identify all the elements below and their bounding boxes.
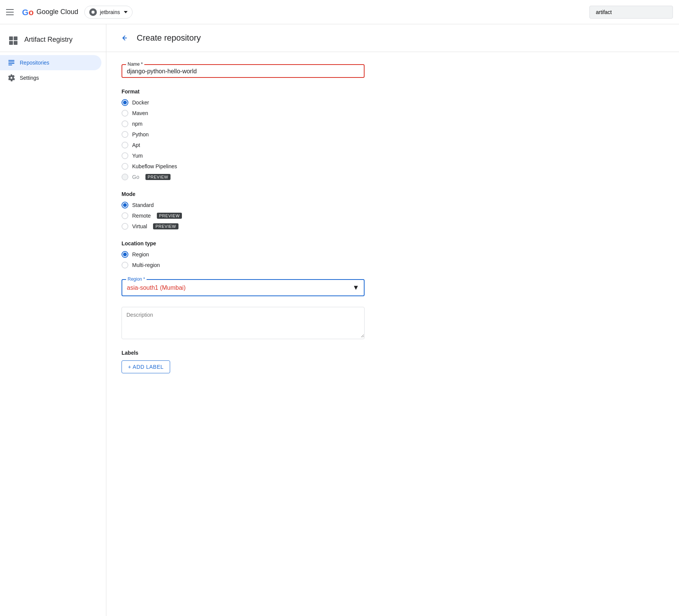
- logo-text: Google Cloud: [36, 8, 78, 16]
- go-label: Go: [132, 174, 139, 180]
- name-field-group: Name *: [122, 64, 365, 78]
- hamburger-menu[interactable]: [6, 8, 15, 17]
- search-input[interactable]: [589, 6, 673, 19]
- mode-remote[interactable]: Remote PREVIEW: [122, 212, 365, 219]
- location-multiregion[interactable]: Multi-region: [122, 262, 365, 269]
- apt-radio[interactable]: [122, 142, 128, 148]
- docker-radio[interactable]: [122, 99, 128, 106]
- python-label: Python: [132, 131, 149, 137]
- mode-field-group: Mode Standard Remote PREVIEW Virtual: [122, 191, 365, 230]
- repositories-icon: [8, 59, 15, 66]
- region-dropdown-icon: ▼: [352, 284, 359, 292]
- page-title: Create repository: [137, 33, 201, 43]
- back-button[interactable]: [118, 32, 131, 44]
- svg-rect-3: [9, 41, 13, 45]
- remote-label: Remote: [132, 213, 151, 219]
- location-type-field-group: Location type Region Multi-region: [122, 240, 365, 269]
- format-apt[interactable]: Apt: [122, 142, 365, 148]
- repositories-label: Repositories: [20, 60, 49, 66]
- labels-field-group: Labels + ADD LABEL: [122, 350, 365, 373]
- virtual-label: Virtual: [132, 223, 147, 229]
- mode-virtual[interactable]: Virtual PREVIEW: [122, 223, 365, 230]
- svg-text:Google: Google: [22, 8, 33, 17]
- format-yum[interactable]: Yum: [122, 152, 365, 159]
- description-field: [122, 307, 365, 339]
- name-input[interactable]: [127, 68, 359, 75]
- mode-label: Mode: [122, 191, 365, 197]
- go-radio[interactable]: [122, 174, 128, 180]
- multiregion-radio[interactable]: [122, 262, 128, 269]
- svg-rect-5: [8, 60, 14, 61]
- region-select[interactable]: asia-south1 (Mumbai) ▼: [122, 280, 364, 295]
- google-cloud-logo: Google Google Cloud: [21, 6, 78, 18]
- multiregion-label: Multi-region: [132, 262, 160, 268]
- standard-radio[interactable]: [122, 202, 128, 208]
- virtual-radio[interactable]: [122, 223, 128, 230]
- format-python[interactable]: Python: [122, 131, 365, 138]
- add-label-button[interactable]: + ADD LABEL: [122, 360, 170, 373]
- go-preview-badge: PREVIEW: [145, 174, 171, 180]
- name-text-field: Name *: [122, 64, 365, 78]
- format-docker[interactable]: Docker: [122, 99, 365, 106]
- page-header: Create repository: [106, 24, 679, 52]
- npm-label: npm: [132, 121, 142, 127]
- add-label-text: + ADD LABEL: [128, 364, 164, 370]
- project-icon: [89, 8, 97, 16]
- sidebar: Artifact Registry Repositories Settings: [0, 24, 106, 616]
- svg-rect-7: [8, 63, 14, 64]
- name-field-label: Name *: [126, 62, 144, 67]
- apt-label: Apt: [132, 142, 140, 148]
- project-selector[interactable]: jetbrains: [84, 6, 133, 19]
- maven-label: Maven: [132, 110, 148, 116]
- location-radio-group: Region Multi-region: [122, 251, 365, 269]
- format-maven[interactable]: Maven: [122, 110, 365, 117]
- sidebar-app-name: Artifact Registry: [24, 36, 73, 44]
- kubeflow-radio[interactable]: [122, 163, 128, 170]
- description-textarea[interactable]: [122, 307, 364, 338]
- format-kubeflow[interactable]: Kubeflow Pipelines: [122, 163, 365, 170]
- format-go[interactable]: Go PREVIEW: [122, 174, 365, 180]
- virtual-preview-badge: PREVIEW: [153, 223, 178, 229]
- format-field-group: Format Docker Maven npm: [122, 88, 365, 180]
- format-radio-group: Docker Maven npm Python: [122, 99, 365, 180]
- mode-standard[interactable]: Standard: [122, 202, 365, 208]
- kubeflow-label: Kubeflow Pipelines: [132, 163, 177, 169]
- artifact-registry-icon: [8, 33, 20, 46]
- region-value: asia-south1 (Mumbai): [127, 284, 186, 291]
- main-content: Create repository Name * Format Docker: [106, 24, 679, 616]
- labels-label: Labels: [122, 350, 365, 356]
- standard-label: Standard: [132, 202, 154, 208]
- location-region[interactable]: Region: [122, 251, 365, 258]
- region-label: Region: [132, 251, 149, 257]
- remote-radio[interactable]: [122, 212, 128, 219]
- sidebar-item-repositories[interactable]: Repositories: [0, 55, 101, 70]
- location-type-label: Location type: [122, 240, 365, 246]
- svg-rect-4: [14, 41, 17, 45]
- svg-rect-2: [14, 36, 17, 40]
- svg-rect-6: [8, 62, 14, 62]
- region-field-label: Region *: [126, 276, 147, 282]
- format-npm[interactable]: npm: [122, 120, 365, 127]
- settings-icon: [8, 74, 15, 82]
- remote-preview-badge: PREVIEW: [157, 213, 182, 219]
- svg-rect-8: [8, 65, 12, 65]
- sidebar-item-settings[interactable]: Settings: [0, 70, 101, 85]
- maven-radio[interactable]: [122, 110, 128, 117]
- project-name: jetbrains: [100, 9, 120, 15]
- python-radio[interactable]: [122, 131, 128, 138]
- format-label: Format: [122, 88, 365, 95]
- yum-radio[interactable]: [122, 152, 128, 159]
- search-bar: [589, 6, 673, 19]
- svg-rect-1: [9, 36, 13, 40]
- create-repository-form: Name * Format Docker Maven: [106, 52, 380, 396]
- docker-label: Docker: [132, 100, 149, 106]
- mode-radio-group: Standard Remote PREVIEW Virtual PREVIEW: [122, 202, 365, 230]
- project-dropdown-icon: [124, 11, 128, 13]
- sidebar-header: Artifact Registry: [0, 27, 106, 52]
- npm-radio[interactable]: [122, 120, 128, 127]
- yum-label: Yum: [132, 153, 143, 159]
- settings-label: Settings: [20, 75, 39, 81]
- region-field: Region * asia-south1 (Mumbai) ▼: [122, 279, 365, 296]
- region-radio[interactable]: [122, 251, 128, 258]
